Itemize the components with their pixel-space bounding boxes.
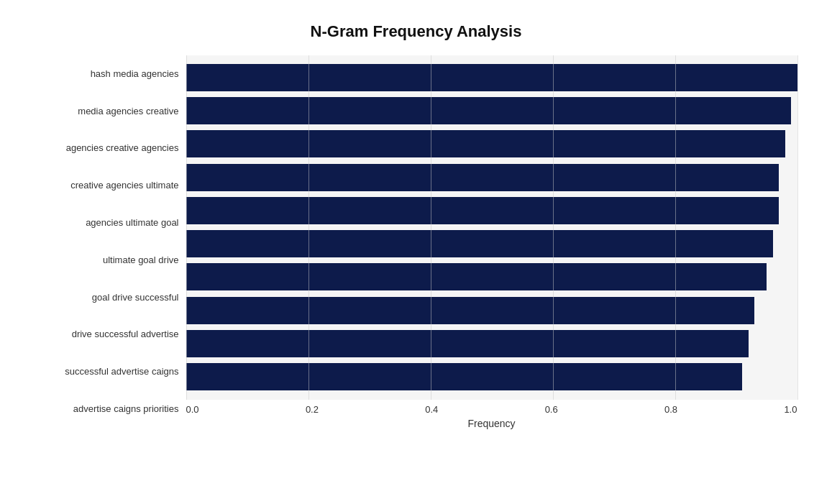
y-label: advertise caigns priorities bbox=[73, 404, 179, 413]
bar-row bbox=[186, 294, 797, 327]
x-tick: 0.0 bbox=[186, 404, 199, 415]
bar bbox=[186, 164, 780, 191]
bars-and-x: 0.00.20.40.60.81.0 Frequency bbox=[186, 55, 797, 429]
bar-row bbox=[186, 260, 797, 293]
y-label: drive successful advertise bbox=[72, 329, 179, 339]
bar-row bbox=[186, 227, 797, 260]
y-label: media agencies creative bbox=[78, 106, 178, 116]
bar-row bbox=[186, 94, 797, 127]
bar-row bbox=[186, 327, 797, 360]
bar bbox=[186, 363, 743, 390]
x-axis-label: Frequency bbox=[186, 418, 797, 429]
bar bbox=[186, 97, 792, 124]
bar-row bbox=[186, 61, 797, 94]
x-axis: 0.00.20.40.60.81.0 bbox=[186, 400, 797, 415]
chart-title: N-Gram Frequency Analysis bbox=[35, 22, 797, 41]
x-tick: 0.4 bbox=[425, 404, 438, 415]
bar bbox=[186, 230, 773, 257]
bar bbox=[186, 263, 767, 290]
y-label: successful advertise caigns bbox=[65, 367, 178, 376]
y-label: agencies ultimate goal bbox=[86, 218, 178, 227]
chart-area: hash media agenciesmedia agencies creati… bbox=[35, 55, 797, 429]
y-label: goal drive successful bbox=[92, 293, 179, 302]
x-tick: 0.8 bbox=[664, 404, 677, 415]
x-tick: 1.0 bbox=[784, 404, 797, 415]
y-label: creative agencies ultimate bbox=[70, 180, 178, 190]
x-tick: 0.6 bbox=[545, 404, 558, 415]
bar-row bbox=[186, 360, 797, 393]
bar-row bbox=[186, 161, 797, 194]
bar-row bbox=[186, 194, 797, 227]
bar bbox=[186, 330, 749, 357]
x-tick: 0.2 bbox=[306, 404, 319, 415]
y-label: ultimate goal drive bbox=[103, 255, 179, 265]
y-label: agencies creative agencies bbox=[66, 143, 179, 152]
chart-container: N-Gram Frequency Analysis hash media age… bbox=[21, 8, 812, 497]
y-labels: hash media agenciesmedia agencies creati… bbox=[35, 55, 186, 429]
bar bbox=[186, 130, 785, 157]
y-label: hash media agencies bbox=[91, 69, 179, 78]
bar bbox=[186, 297, 755, 324]
bars-area bbox=[186, 55, 797, 400]
bar bbox=[186, 64, 797, 91]
bar-row bbox=[186, 127, 797, 160]
bar bbox=[186, 197, 780, 224]
